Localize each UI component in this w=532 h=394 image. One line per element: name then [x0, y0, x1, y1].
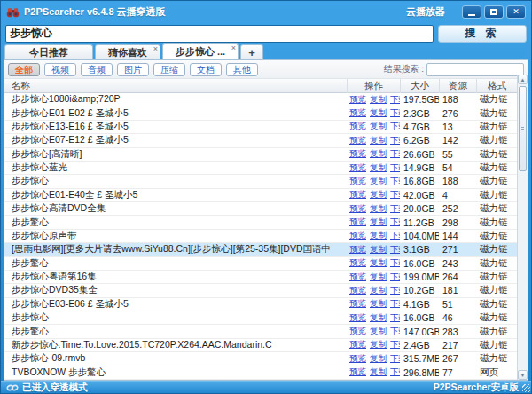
download-link[interactable]: 下载 [390, 162, 400, 174]
download-link[interactable]: 下载 [390, 135, 400, 146]
tab-guess-you-like[interactable]: 猜你喜欢 × [95, 44, 160, 59]
column-header-format[interactable]: 格式 [476, 79, 517, 93]
preview-link[interactable]: 预览 [349, 107, 366, 119]
preview-link[interactable]: 预览 [349, 326, 366, 337]
preview-link[interactable]: 预览 [349, 148, 366, 160]
scroll-up-icon[interactable]: ▲ [518, 75, 528, 84]
filter-other[interactable]: 其他 [226, 63, 258, 76]
preview-link[interactable]: 预览 [349, 285, 366, 296]
copy-link[interactable]: 复制 [370, 107, 387, 119]
download-link[interactable]: 下载 [390, 217, 400, 228]
download-link[interactable]: 下载 [390, 353, 400, 365]
table-row[interactable]: 步步惊心粤语第16集预览复制下载199.0MB264磁力链 [4, 271, 528, 284]
copy-link[interactable]: 复制 [370, 148, 387, 160]
copy-link[interactable]: 复制 [370, 217, 387, 228]
preview-link[interactable]: 预览 [349, 176, 366, 187]
table-row[interactable]: 步步惊心E03-E06 £ 圣城小5预览复制下载4.1GB51磁力链 [4, 298, 528, 311]
download-link[interactable]: 下载 [390, 107, 400, 119]
download-link[interactable]: 下载 [390, 94, 400, 106]
download-link[interactable]: 下载 [390, 312, 400, 324]
download-link[interactable]: 下载 [390, 366, 400, 378]
scrollbar-thumb[interactable] [519, 86, 527, 171]
filter-all[interactable]: 全部 [8, 63, 40, 76]
table-row[interactable]: 步步惊心E01-E02 £ 圣城小5预览复制下载2.3GB276磁力链 [4, 106, 528, 120]
preview-link[interactable]: 预览 [349, 135, 366, 146]
table-row[interactable]: 步步惊心原声带预览复制下载104.0MB144磁力链 [4, 230, 528, 243]
preview-link[interactable]: 预览 [349, 203, 366, 215]
download-link[interactable]: 下载 [390, 176, 400, 187]
preview-link[interactable]: 预览 [349, 298, 366, 310]
preview-link[interactable]: 预览 [349, 272, 366, 283]
tab-close-icon[interactable]: × [231, 44, 236, 52]
download-link[interactable]: 下载 [390, 203, 400, 215]
copy-link[interactable]: 复制 [370, 189, 387, 201]
table-row[interactable]: 步步惊心高清DVD全集预览复制下载20.0GB252磁力链 [4, 202, 528, 216]
table-row[interactable]: 步步惊心[高清晰]预览复制下载26.6GB55磁力链 [4, 148, 528, 162]
table-row[interactable]: 步步惊心蓝光预览复制下载14.9GB54磁力链 [4, 162, 528, 175]
copy-link[interactable]: 复制 [370, 135, 387, 146]
preview-link[interactable]: 预览 [349, 257, 366, 269]
preview-link[interactable]: 预览 [349, 217, 366, 228]
table-row[interactable]: 步步惊心E01-E40全 £ 圣城小5预览复制下载42.0GB4磁力链 [4, 189, 528, 202]
tab-today-recommend[interactable]: 今日推荐 [4, 44, 93, 59]
copy-link[interactable]: 复制 [370, 366, 387, 378]
copy-link[interactable]: 复制 [370, 339, 387, 351]
search-button[interactable]: 搜 索 [438, 25, 527, 43]
download-link[interactable]: 下载 [390, 189, 400, 201]
download-link[interactable]: 下载 [390, 285, 400, 296]
filter-archive[interactable]: 压缩 [153, 63, 185, 76]
table-row[interactable]: TVBOXNOW 步步驚心预览复制下载296.8MB77网页 [4, 366, 528, 380]
new-tab-button[interactable]: + [240, 44, 263, 59]
resize-grip[interactable] [522, 384, 530, 392]
copy-link[interactable]: 复制 [370, 244, 387, 256]
column-header-size[interactable]: 大小 [400, 79, 439, 93]
table-row[interactable]: 新步步惊心.Time.To.Love.2015.TC720P.X264.AAC.… [4, 339, 528, 352]
table-row[interactable]: 步步惊心E07-E12 £ 圣城小5预览复制下载6.2GB142磁力链 [4, 134, 528, 147]
download-link[interactable]: 下载 [390, 257, 400, 269]
table-row[interactable]: [思雨电影网][更多大片请去www.SiYu88.Cn][步步惊心][第25-3… [4, 243, 528, 256]
table-row[interactable]: 步步惊心-09.rmvb预览复制下载315.7MB267磁力链 [4, 352, 528, 366]
result-search-input[interactable] [426, 63, 524, 76]
table-row[interactable]: 步步驚心预览复制下载11.2GB298磁力链 [4, 216, 528, 229]
download-link[interactable]: 下载 [390, 272, 400, 283]
close-button[interactable]: ✕ [506, 5, 526, 19]
download-link[interactable]: 下载 [390, 326, 400, 337]
preview-link[interactable]: 预览 [349, 312, 366, 324]
filter-document[interactable]: 文档 [190, 63, 222, 76]
maximize-button[interactable] [484, 5, 504, 19]
preview-link[interactable]: 预览 [349, 244, 366, 256]
column-header-name[interactable]: 名称 [4, 79, 347, 93]
filter-audio[interactable]: 音频 [81, 63, 113, 76]
copy-link[interactable]: 复制 [370, 326, 387, 337]
vertical-scrollbar[interactable]: ▲ ▼ [517, 75, 528, 380]
column-header-actions[interactable]: 操作 [347, 79, 400, 93]
copy-link[interactable]: 复制 [370, 203, 387, 215]
table-row[interactable]: 步步惊心预览复制下载16.8GB188磁力链 [4, 175, 528, 188]
copy-link[interactable]: 复制 [370, 121, 387, 132]
table-row[interactable]: 步步驚心预览复制下载16.0GB243磁力链 [4, 257, 528, 271]
download-link[interactable]: 下载 [390, 121, 400, 132]
preview-link[interactable]: 预览 [349, 121, 366, 132]
android-version-link[interactable]: P2PSearcher安卓版 [434, 382, 519, 394]
copy-link[interactable]: 复制 [370, 298, 387, 310]
download-link[interactable]: 下载 [390, 230, 400, 241]
cloud-player-button[interactable]: 云播放器 [406, 5, 445, 19]
download-link[interactable]: 下载 [390, 298, 400, 310]
preview-link[interactable]: 预览 [349, 353, 366, 365]
preview-link[interactable]: 预览 [349, 339, 366, 351]
download-link[interactable]: 下载 [390, 244, 400, 256]
download-link[interactable]: 下载 [390, 339, 400, 351]
tab-search-results[interactable]: 步步惊心 ... × [162, 43, 239, 59]
copy-link[interactable]: 复制 [370, 312, 387, 324]
table-row[interactable]: 步步惊心1080i&amp;720P预览复制下载197.5GB188磁力链 [4, 93, 528, 106]
preview-link[interactable]: 预览 [349, 162, 366, 174]
filter-video[interactable]: 视频 [44, 63, 76, 76]
tab-close-icon[interactable]: × [153, 45, 158, 53]
preview-link[interactable]: 预览 [349, 94, 366, 106]
filter-image[interactable]: 图片 [117, 63, 149, 76]
copy-link[interactable]: 复制 [370, 230, 387, 241]
download-link[interactable]: 下载 [390, 148, 400, 160]
table-row[interactable]: 步步惊心预览复制下载16.0GB46磁力链 [4, 311, 528, 325]
copy-link[interactable]: 复制 [370, 162, 387, 174]
copy-link[interactable]: 复制 [370, 353, 387, 365]
